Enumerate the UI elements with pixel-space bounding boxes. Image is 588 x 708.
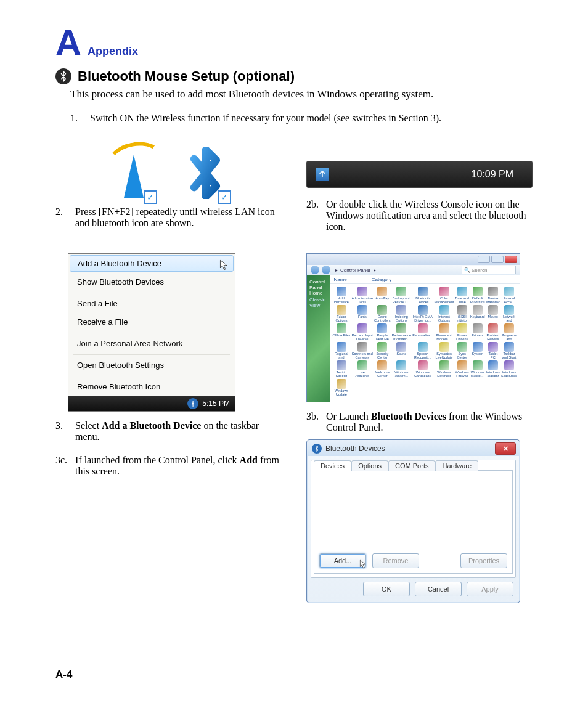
control-panel-item[interactable]: AutoPlay xyxy=(374,287,391,304)
control-panel-item[interactable]: Printers xyxy=(470,323,485,341)
control-panel-item[interactable]: Regional and Language... xyxy=(332,342,350,359)
menu-item-show-bluetooth-devices[interactable]: Show Bluetooth Devices xyxy=(68,273,235,291)
control-panel-item-icon xyxy=(504,305,514,315)
search-input[interactable]: 🔍Search xyxy=(462,266,516,274)
add-button[interactable]: Add... xyxy=(319,553,366,568)
control-panel-item[interactable]: People Near Me xyxy=(374,323,391,341)
control-panel-item[interactable]: iSCSI Initiator xyxy=(455,305,469,322)
control-panel-item[interactable]: Offline Files xyxy=(332,323,350,341)
maximize-button[interactable] xyxy=(491,256,504,263)
menu-item-add-bluetooth-device[interactable]: Add a Bluetooth Device xyxy=(70,255,234,272)
control-panel-item[interactable]: Symantec LiveUpdate xyxy=(434,342,454,359)
control-panel-item[interactable]: Windows SlideShow xyxy=(501,360,517,378)
control-panel-item-icon xyxy=(418,287,428,296)
close-button[interactable]: ✕ xyxy=(495,442,516,455)
control-panel-item[interactable]: Security Center xyxy=(374,342,391,359)
control-panel-item[interactable]: Default Programs xyxy=(470,287,485,304)
tab-devices[interactable]: Devices xyxy=(314,460,351,471)
control-panel-item[interactable]: Power Options xyxy=(455,323,469,341)
control-panel-item-label: Security Center xyxy=(374,352,391,359)
control-panel-item[interactable]: Mouse xyxy=(486,305,500,322)
remove-button[interactable]: Remove xyxy=(372,553,419,568)
control-panel-item-label: Windows Anytim... xyxy=(392,371,412,377)
control-panel-item[interactable]: Windows Mobile ... xyxy=(470,360,485,378)
bluetooth-tray-icon[interactable] xyxy=(187,398,198,409)
menu-item-receive-file[interactable]: Receive a File xyxy=(68,313,235,332)
tab-options[interactable]: Options xyxy=(351,460,388,471)
nav-back-button[interactable] xyxy=(311,266,319,274)
control-panel-item[interactable]: System xyxy=(470,342,485,359)
control-panel-item[interactable]: Scanners and Cameras xyxy=(351,342,373,359)
control-panel-item[interactable]: Intel(R) GMA Driver for... xyxy=(412,305,433,322)
control-panel-item[interactable]: Performance Informatio... xyxy=(392,323,412,341)
control-panel-item[interactable]: Tablet PC Settings xyxy=(486,342,500,359)
control-panel-item-label: Windows Defender xyxy=(434,371,454,377)
control-panel-item-icon xyxy=(357,360,367,370)
control-panel-item[interactable]: Ease of Acce... xyxy=(501,287,517,304)
breadcrumb[interactable]: Control Panel xyxy=(340,267,370,273)
control-panel-item[interactable]: Programs and Features xyxy=(501,323,517,341)
control-panel-item[interactable]: Windows Anytim... xyxy=(392,360,412,378)
section-title: Bluetooth Mouse Setup (optional) xyxy=(78,68,295,84)
page-number: A-4 xyxy=(55,669,72,681)
control-panel-item[interactable]: Indexing Options xyxy=(392,305,412,322)
control-panel-item[interactable]: Speech Recogniti... xyxy=(412,342,433,359)
control-panel-item[interactable]: Windows Sidebar ... xyxy=(486,360,500,378)
control-panel-item[interactable]: Text to Speech xyxy=(332,360,350,378)
step-text: Select Add a Bluetooth Device on the tas… xyxy=(75,420,282,442)
control-panel-item[interactable]: Date and Time xyxy=(455,287,469,304)
control-panel-item[interactable]: Device Manager xyxy=(486,287,500,304)
control-panel-item-label: Regional and Language... xyxy=(332,352,350,359)
control-panel-item[interactable]: Color Management xyxy=(434,287,454,304)
control-panel-item[interactable]: Windows Update xyxy=(332,379,350,396)
apply-button[interactable]: Apply xyxy=(467,582,513,596)
control-panel-item[interactable]: Windows Defender xyxy=(434,360,454,378)
control-panel-item[interactable]: Welcome Center xyxy=(374,360,391,378)
control-panel-item-label: Scanners and Cameras xyxy=(351,352,373,359)
control-panel-item[interactable]: Windows Firewall xyxy=(455,360,469,378)
tab-hardware[interactable]: Hardware xyxy=(435,460,478,471)
control-panel-item-label: Default Programs xyxy=(470,297,485,303)
tab-com-ports[interactable]: COM Ports xyxy=(388,460,435,471)
column-header-category[interactable]: Category xyxy=(372,277,391,282)
wireless-console-tray-icon[interactable] xyxy=(316,168,329,181)
control-panel-item[interactable]: Problem Reports a... xyxy=(486,323,500,341)
control-panel-item[interactable]: Pen and Input Devices xyxy=(351,323,373,341)
nav-forward-button[interactable] xyxy=(322,266,330,274)
wlan-checkbox-icon: ✓ xyxy=(144,190,157,204)
sidebar-link-classic-view[interactable]: Classic View xyxy=(309,297,327,308)
control-panel-item-label: Tablet PC Settings xyxy=(486,352,500,359)
control-panel-item[interactable]: Keyboard xyxy=(470,305,485,322)
control-panel-item[interactable]: Bluetooth Devices xyxy=(412,287,433,304)
control-panel-item[interactable]: Administrative Tools xyxy=(351,287,373,304)
control-panel-item[interactable]: Phone and Modem ... xyxy=(434,323,454,341)
control-panel-item-icon xyxy=(439,323,449,333)
column-header-name[interactable]: Name xyxy=(333,277,346,282)
control-panel-item[interactable]: Add Hardware xyxy=(332,287,350,304)
step-number: 2. xyxy=(55,206,70,229)
cancel-button[interactable]: Cancel xyxy=(415,582,462,596)
control-panel-item[interactable]: Internet Options xyxy=(434,305,454,322)
ok-button[interactable]: OK xyxy=(363,582,410,596)
menu-item-join-pan[interactable]: Join a Personal Area Network xyxy=(68,335,235,353)
control-panel-item[interactable]: Sync Center xyxy=(455,342,469,359)
menu-item-open-settings[interactable]: Open Bluetooth Settings xyxy=(68,356,235,375)
properties-button[interactable]: Properties xyxy=(460,553,507,568)
control-panel-item[interactable]: User Accounts xyxy=(351,360,373,378)
menu-item-send-file[interactable]: Send a File xyxy=(68,295,235,313)
control-panel-item[interactable]: Sound xyxy=(392,342,412,359)
control-panel-item[interactable]: Taskbar and Start Menu xyxy=(501,342,517,359)
control-panel-item[interactable]: Network and Sharing Ce... xyxy=(501,305,517,322)
control-panel-item[interactable]: Backup and Restore C... xyxy=(392,287,412,304)
control-panel-item[interactable]: Folder Options xyxy=(332,305,350,322)
bluetooth-devices-dialog: Bluetooth Devices ✕ Devices Options COM … xyxy=(306,439,520,603)
control-panel-item[interactable]: Windows CardSpace xyxy=(412,360,433,378)
control-panel-item[interactable]: Game Controllers xyxy=(374,305,391,322)
control-panel-item-label: iSCSI Initiator xyxy=(455,315,469,322)
close-button[interactable] xyxy=(505,256,517,263)
minimize-button[interactable] xyxy=(478,256,490,263)
menu-item-remove-icon[interactable]: Remove Bluetooth Icon xyxy=(68,378,235,396)
control-panel-item[interactable]: Personaliza... xyxy=(412,323,433,341)
control-panel-item[interactable]: Fonts xyxy=(351,305,373,322)
control-panel-item-label: AutoPlay xyxy=(375,297,389,301)
